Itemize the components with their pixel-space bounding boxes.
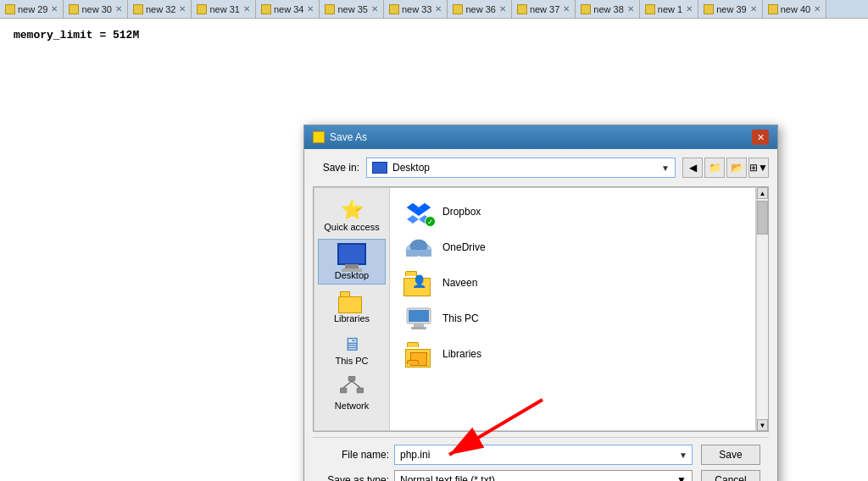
editor-area[interactable]: memory_limit = 512M	[0, 19, 868, 69]
back-button[interactable]: ◀	[682, 158, 703, 178]
tab-close-37[interactable]: ✕	[563, 4, 570, 14]
scroll-thumb[interactable]	[757, 201, 768, 235]
svg-rect-17	[414, 323, 424, 327]
tab-icon-38	[581, 4, 591, 14]
tab-close-38[interactable]: ✕	[627, 4, 634, 14]
tab-icon-31	[197, 4, 207, 14]
network-icon	[340, 376, 364, 401]
tab-31[interactable]: new 31 ✕	[192, 0, 255, 19]
scroll-up-button[interactable]: ▲	[757, 187, 768, 199]
nav-label-thispc: This PC	[335, 356, 368, 366]
svg-rect-0	[348, 376, 355, 381]
dialog-content: Save in: Desktop ▼ ◀ 📁 📂	[304, 149, 777, 481]
cancel-button[interactable]: Cancel	[701, 470, 760, 481]
tab-close-40[interactable]: ✕	[814, 4, 821, 14]
libraries-icon	[338, 291, 365, 313]
file-list-panel[interactable]: ✓ Dropbox	[390, 187, 756, 431]
svg-rect-2	[357, 388, 364, 393]
file-name-row: File name: ▼ Save	[321, 445, 760, 465]
nav-label-quick-access: Quick access	[324, 222, 379, 232]
tab-close-34[interactable]: ✕	[307, 4, 314, 14]
nav-item-network[interactable]: Network	[318, 373, 386, 414]
tab-icon-1	[645, 4, 655, 14]
view-button[interactable]: ⊞▼	[748, 158, 769, 178]
tab-icon-40	[768, 4, 778, 14]
tab-1[interactable]: new 1 ✕	[640, 0, 698, 19]
save-type-label: Save as type:	[321, 474, 389, 481]
libraries-list-icon	[403, 340, 434, 368]
file-name-dropbox: Dropbox	[442, 206, 481, 218]
tab-icon-35	[325, 4, 335, 14]
list-item-onedrive[interactable]: OneDrive	[397, 230, 748, 264]
tab-34[interactable]: new 34 ✕	[256, 0, 320, 19]
tab-36[interactable]: new 36 ✕	[448, 0, 511, 19]
tab-33[interactable]: new 33 ✕	[384, 0, 448, 19]
save-button[interactable]: Save	[701, 445, 760, 465]
tab-29[interactable]: new 29 ✕	[0, 0, 64, 19]
dialog-main-area: ⭐ Quick access Desktop	[313, 186, 769, 432]
file-name-thispc: This PC	[442, 312, 479, 324]
new-folder-icon: 📂	[731, 162, 743, 174]
file-name-input[interactable]	[394, 445, 693, 465]
scroll-down-button[interactable]: ▼	[757, 419, 768, 431]
save-type-select[interactable]: Normal text file (*.txt) ▼	[394, 470, 693, 481]
new-folder-button[interactable]: 📂	[726, 158, 747, 178]
nav-item-thispc[interactable]: 🖥 This PC	[318, 330, 386, 369]
nav-label-libraries: Libraries	[334, 313, 370, 323]
dialog-title-left: Save As	[313, 131, 367, 143]
tab-38[interactable]: new 38 ✕	[576, 0, 639, 19]
tab-icon-33	[389, 4, 399, 14]
list-item-naveen[interactable]: 👤 Naveen	[397, 266, 748, 300]
tab-icon-34	[261, 4, 271, 14]
tab-icon-37	[517, 4, 527, 14]
tab-close-35[interactable]: ✕	[371, 4, 378, 14]
tab-icon-39	[704, 4, 714, 14]
nav-panel: ⭐ Quick access Desktop	[314, 187, 390, 431]
tab-close-33[interactable]: ✕	[435, 4, 442, 14]
list-item-thispc[interactable]: This PC	[397, 301, 748, 335]
dialog-close-button[interactable]: ✕	[752, 130, 769, 145]
tab-icon-29	[5, 4, 15, 14]
tab-close-31[interactable]: ✕	[243, 4, 250, 14]
tab-40[interactable]: new 40 ✕	[763, 0, 826, 19]
desktop-icon	[337, 243, 366, 265]
nav-item-libraries[interactable]: Libraries	[318, 288, 386, 327]
tab-32[interactable]: new 32 ✕	[128, 0, 192, 19]
file-name-libraries: Libraries	[442, 348, 481, 360]
save-in-combo[interactable]: Desktop ▼	[366, 158, 676, 178]
save-type-value: Normal text file (*.txt)	[400, 474, 495, 481]
tabs-bar: new 29 ✕ new 30 ✕ new 32 ✕ new 31 ✕ new …	[0, 0, 868, 19]
dialog-title-text: Save As	[330, 131, 367, 143]
save-type-arrow: ▼	[676, 474, 687, 481]
quick-access-icon: ⭐	[340, 198, 364, 222]
nav-label-network: Network	[335, 401, 369, 411]
tab-35[interactable]: new 35 ✕	[320, 0, 383, 19]
file-list: ✓ Dropbox	[390, 188, 755, 378]
tab-close-29[interactable]: ✕	[51, 4, 58, 14]
list-item-libraries[interactable]: Libraries	[397, 337, 748, 371]
dialog-scrollbar[interactable]: ▲ ▼	[756, 187, 768, 431]
save-type-select-container: Normal text file (*.txt) ▼	[394, 470, 693, 481]
dialog-bottom: File name: ▼ Save Save as type: Normal t…	[313, 437, 769, 481]
tab-icon-32	[133, 4, 143, 14]
tab-close-39[interactable]: ✕	[750, 4, 757, 14]
tab-close-1[interactable]: ✕	[686, 4, 693, 14]
svg-line-4	[352, 381, 360, 388]
tab-30[interactable]: new 30 ✕	[64, 0, 127, 19]
nav-item-quick-access[interactable]: ⭐ Quick access	[318, 195, 386, 235]
tab-icon-36	[453, 4, 463, 14]
scroll-track	[757, 235, 768, 419]
naveen-icon: 👤	[403, 269, 434, 296]
tab-close-32[interactable]: ✕	[179, 4, 186, 14]
list-item-dropbox[interactable]: ✓ Dropbox	[397, 195, 748, 229]
tab-37[interactable]: new 37 ✕	[512, 0, 576, 19]
svg-line-3	[343, 381, 352, 388]
save-in-row: Save in: Desktop ▼ ◀ 📁 📂	[313, 158, 769, 178]
nav-item-desktop[interactable]: Desktop	[318, 239, 386, 285]
tab-close-30[interactable]: ✕	[115, 4, 122, 14]
folder-icon-small	[372, 162, 387, 174]
view-icon: ⊞▼	[749, 162, 768, 174]
up-folder-button[interactable]: 📁	[704, 158, 725, 178]
tab-close-36[interactable]: ✕	[499, 4, 506, 14]
tab-39[interactable]: new 39 ✕	[698, 0, 762, 19]
